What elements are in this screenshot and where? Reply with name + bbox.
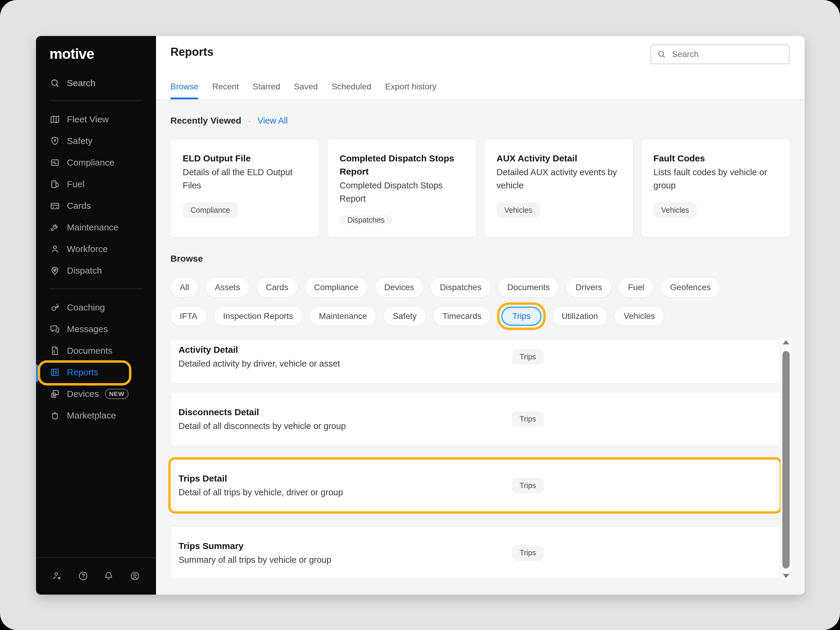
sidebar-item-label: Fuel bbox=[67, 179, 84, 189]
tab-saved[interactable]: Saved bbox=[294, 82, 318, 99]
tab-scheduled[interactable]: Scheduled bbox=[332, 82, 371, 99]
report-row-activity-detail[interactable]: Activity Detail Detailed activity by dri… bbox=[171, 340, 780, 384]
chip-utilization[interactable]: Utilization bbox=[552, 306, 607, 326]
chip-devices[interactable]: Devices bbox=[375, 278, 423, 297]
report-description: Detail of all trips by vehicle, driver o… bbox=[178, 486, 780, 498]
chip-documents[interactable]: Documents bbox=[498, 278, 559, 297]
category-tag: Dispatches bbox=[339, 215, 392, 224]
sidebar-item-label: Dispatch bbox=[67, 265, 102, 276]
sidebar-item-workforce[interactable]: Workforce bbox=[36, 238, 156, 260]
sidebar-item-label: Devices bbox=[67, 389, 99, 399]
report-card[interactable]: Fault Codes Lists fault codes by vehicle… bbox=[641, 139, 790, 237]
chip-vehicles[interactable]: Vehicles bbox=[614, 306, 664, 326]
sidebar-item-label: Cards bbox=[67, 201, 91, 211]
tab-browse[interactable]: Browse bbox=[171, 82, 198, 99]
scroll-up-arrow-icon[interactable] bbox=[783, 340, 789, 344]
shopping-bag-icon bbox=[49, 410, 60, 421]
account-icon[interactable] bbox=[129, 571, 141, 581]
chip-trips[interactable]: Trips bbox=[501, 306, 541, 326]
chip-inspection-reports[interactable]: Inspection Reports bbox=[214, 306, 302, 326]
card-title: Completed Dispatch Stops Report bbox=[339, 152, 464, 178]
sidebar-item-cards[interactable]: Cards bbox=[36, 195, 156, 216]
tab-bar: Browse Recent Starred Saved Scheduled Ex… bbox=[171, 82, 436, 99]
sidebar-item-label: Marketplace bbox=[67, 411, 116, 421]
notifications-bell-icon[interactable] bbox=[103, 571, 114, 581]
chip-cards[interactable]: Cards bbox=[256, 278, 298, 297]
category-tag: Vehicles bbox=[654, 202, 697, 218]
person-icon bbox=[49, 243, 60, 254]
tab-starred[interactable]: Starred bbox=[253, 82, 280, 99]
chip-fuel[interactable]: Fuel bbox=[619, 278, 654, 297]
dispatch-pin-icon bbox=[49, 265, 60, 276]
chip-assets[interactable]: Assets bbox=[205, 278, 249, 297]
search-icon bbox=[49, 78, 60, 88]
sidebar-item-maintenance[interactable]: Maintenance bbox=[36, 216, 156, 238]
chip-drivers[interactable]: Drivers bbox=[566, 278, 611, 297]
whistle-icon bbox=[49, 302, 60, 313]
chip-dispatches[interactable]: Dispatches bbox=[431, 278, 491, 297]
report-row-disconnects-detail[interactable]: Disconnects Detail Detail of all disconn… bbox=[171, 392, 780, 446]
trips-annotation-ring: Trips bbox=[497, 302, 545, 330]
filter-chips-row-2: IFTA Inspection Reports Maintenance Safe… bbox=[171, 306, 664, 326]
document-icon bbox=[49, 345, 60, 356]
sidebar-item-dispatch[interactable]: Dispatch bbox=[36, 260, 156, 281]
chip-geofences[interactable]: Geofences bbox=[661, 278, 720, 297]
header-search[interactable] bbox=[651, 44, 789, 64]
sidebar-divider bbox=[49, 101, 142, 101]
card-description: Detailed AUX activity events by vehicle bbox=[496, 166, 621, 192]
sidebar-item-fleet-view[interactable]: Fleet View bbox=[36, 109, 156, 130]
chip-compliance[interactable]: Compliance bbox=[305, 278, 368, 297]
view-all-link[interactable]: View All bbox=[257, 116, 288, 126]
card-title: Fault Codes bbox=[654, 152, 705, 165]
browse-heading: Browse bbox=[171, 253, 203, 265]
chip-all[interactable]: All bbox=[171, 278, 198, 297]
vertical-scrollbar[interactable] bbox=[781, 338, 791, 580]
sidebar-search[interactable]: Search bbox=[36, 72, 156, 94]
scroll-down-arrow-icon[interactable] bbox=[783, 574, 789, 578]
sidebar-item-reports[interactable]: Reports bbox=[36, 362, 156, 383]
sidebar-item-safety[interactable]: Safety bbox=[36, 130, 156, 152]
filter-chips-row-1: All Assets Cards Compliance Devices Disp… bbox=[171, 278, 720, 297]
report-card[interactable]: Completed Dispatch Stops Report Complete… bbox=[327, 139, 477, 237]
content-body: Recently Viewed · View All ELD Output Fi… bbox=[156, 100, 805, 595]
category-tag: Trips bbox=[512, 545, 544, 561]
tab-recent[interactable]: Recent bbox=[212, 82, 239, 99]
compliance-icon bbox=[49, 157, 60, 168]
map-icon bbox=[49, 114, 60, 125]
sidebar-item-label: Messages bbox=[67, 324, 108, 334]
report-description: Summary of all trips by vehicle or group bbox=[178, 554, 780, 566]
report-title: Disconnects Detail bbox=[178, 406, 780, 418]
sidebar-item-messages[interactable]: Messages bbox=[36, 318, 156, 340]
chip-ifta[interactable]: IFTA bbox=[171, 306, 207, 326]
card-title: ELD Output File bbox=[183, 152, 251, 165]
category-tag: Trips bbox=[512, 349, 544, 365]
main-content: Reports Browse Recent Starred Saved Sche… bbox=[156, 36, 805, 595]
card-description: Completed Dispatch Stops Report bbox=[339, 179, 464, 205]
report-card[interactable]: AUX Activity Detail Detailed AUX activit… bbox=[484, 139, 633, 237]
sidebar-item-coaching[interactable]: Coaching bbox=[36, 297, 156, 318]
sidebar-item-documents[interactable]: Documents bbox=[36, 340, 156, 362]
sidebar-item-compliance[interactable]: Compliance bbox=[36, 152, 156, 174]
scrollbar-thumb[interactable] bbox=[782, 351, 789, 568]
sidebar-item-label: Documents bbox=[67, 346, 112, 356]
fuel-pump-icon bbox=[49, 179, 60, 189]
admin-icon[interactable] bbox=[52, 571, 62, 581]
outer-panel: motive Search Fleet View Safety Complian… bbox=[0, 0, 840, 630]
report-row-trips-summary[interactable]: Trips Summary Summary of all trips by ve… bbox=[171, 526, 780, 579]
sidebar-item-fuel[interactable]: Fuel bbox=[36, 174, 156, 195]
chip-timecards[interactable]: Timecards bbox=[433, 306, 491, 326]
chip-maintenance[interactable]: Maintenance bbox=[309, 306, 376, 326]
report-card[interactable]: ELD Output File Details of all the ELD O… bbox=[171, 139, 319, 237]
sidebar-item-label: Safety bbox=[67, 136, 92, 146]
sidebar-item-marketplace[interactable]: Marketplace bbox=[36, 405, 156, 426]
tab-export-history[interactable]: Export history bbox=[385, 82, 436, 99]
sidebar-divider bbox=[49, 289, 142, 289]
report-row-trips-detail[interactable]: Trips Detail Detail of all trips by vehi… bbox=[171, 459, 780, 511]
content-header: Reports Browse Recent Starred Saved Sche… bbox=[156, 36, 805, 100]
chip-safety[interactable]: Safety bbox=[384, 306, 426, 326]
help-icon[interactable] bbox=[78, 571, 88, 581]
search-input[interactable] bbox=[671, 49, 783, 59]
report-list: Activity Detail Detailed activity by dri… bbox=[171, 340, 780, 580]
card-title: AUX Activity Detail bbox=[496, 152, 577, 165]
sidebar-item-devices[interactable]: Devices NEW bbox=[36, 383, 156, 405]
